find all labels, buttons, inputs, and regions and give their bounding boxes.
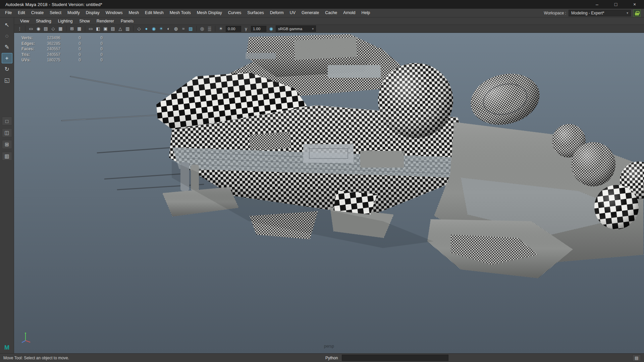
color-management-icon[interactable]: ◉ <box>268 25 275 32</box>
hud-value: 240557 <box>43 52 60 57</box>
layout-four-pane-button[interactable]: ⊞ <box>2 140 12 149</box>
hud-label: Tris: <box>21 52 43 57</box>
maximize-button[interactable]: □ <box>606 0 625 9</box>
hud-label: Faces: <box>21 47 43 51</box>
panel-menu-panels[interactable]: Panels <box>117 19 137 23</box>
image-plane-icon[interactable]: ▦ <box>57 25 64 32</box>
hud-row-faces: Faces: 240557 0 0 <box>21 46 103 52</box>
menu-file[interactable]: File <box>2 9 15 17</box>
panel-menu-view[interactable]: View <box>17 19 33 23</box>
menu-edit[interactable]: Edit <box>15 9 28 17</box>
quick-layout-buttons: □ ◫ ⊞ ▥ <box>2 117 12 161</box>
minimize-button[interactable]: – <box>588 0 606 9</box>
screen-space-ao-icon[interactable]: ◍ <box>172 25 179 32</box>
hud-value: 0 <box>60 47 81 51</box>
menu-mesh-display[interactable]: Mesh Display <box>194 9 225 17</box>
viewport[interactable]: Verts: 123496 0 0 Edges: 362285 0 0 Face… <box>14 33 644 353</box>
motion-blur-icon[interactable]: ≈ <box>180 25 187 32</box>
menu-display[interactable]: Display <box>83 9 103 17</box>
safe-title-icon[interactable]: ▥ <box>124 25 131 32</box>
move-tool-button[interactable]: + <box>2 53 12 63</box>
paint-select-tool-button[interactable]: ✎ <box>2 42 12 52</box>
toolbox: ↖ ◌ ✎ + ↻ ◱ □ ◫ ⊞ ▥ M <box>0 17 14 353</box>
hud-value: 0 <box>60 36 81 40</box>
panel-menu-shading[interactable]: Shading <box>33 19 55 23</box>
menu-uv[interactable]: UV <box>287 9 299 17</box>
workspace-dropdown[interactable]: Modeling - Expert* ▾ <box>569 10 631 16</box>
field-chart-icon[interactable]: ▤ <box>109 25 116 32</box>
hud-value: 0 <box>81 58 103 62</box>
workspace-label: Workspace : <box>544 11 566 15</box>
isolate-select-icon[interactable]: ◎ <box>199 25 206 32</box>
menu-surfaces[interactable]: Surfaces <box>244 9 267 17</box>
view-axis-gizmo[interactable] <box>19 330 33 344</box>
help-line-text: Move Tool: Select an object to move. <box>3 356 322 360</box>
colorspace-dropdown[interactable]: sRGB gamma ▾ <box>276 25 316 32</box>
menu-cache[interactable]: Cache <box>322 9 340 17</box>
exposure-field[interactable] <box>226 26 241 32</box>
command-language-toggle[interactable]: Python <box>322 355 341 361</box>
hud-row-uvs: UVs: 180275 0 0 <box>21 57 103 63</box>
chevron-down-icon: ▾ <box>627 11 628 15</box>
anti-aliasing-icon[interactable]: ▨ <box>187 25 194 32</box>
panel-grip-icon[interactable]: ⋮ <box>16 25 23 32</box>
menu-mesh[interactable]: Mesh <box>126 9 142 17</box>
two-d-pan-zoom-icon[interactable]: ⊞ <box>68 25 75 32</box>
menu-generate[interactable]: Generate <box>299 9 322 17</box>
menu-modify[interactable]: Modify <box>64 9 83 17</box>
select-tool-button[interactable]: ↖ <box>2 20 12 30</box>
command-line-input[interactable] <box>342 355 448 361</box>
use-all-lights-icon[interactable]: ☀ <box>158 25 165 32</box>
menu-create[interactable]: Create <box>28 9 47 17</box>
gamma-icon[interactable]: γ <box>243 25 250 32</box>
panel-menu-show[interactable]: Show <box>76 19 93 23</box>
film-gate-icon[interactable]: ▭ <box>87 25 94 32</box>
layout-two-pane-button[interactable]: ◫ <box>2 128 12 137</box>
colorspace-value: sRGB gamma <box>278 27 302 31</box>
safe-action-icon[interactable]: △ <box>117 25 124 32</box>
bookmarks-icon[interactable]: ◇ <box>50 25 57 32</box>
exposure-icon[interactable]: ☀ <box>217 25 224 32</box>
panel-toolbar: ⋮ ▭ ◉ ▤ ◇ ▦ ⊞ ▦ ▭ ◧ ▣ ▤ △ ▥ ◇ ● ◉ ☀ ◐ ◍ … <box>14 25 644 33</box>
main-menubar: File Edit Create Select Modify Display W… <box>0 9 644 17</box>
toolbar-separator <box>25 26 25 32</box>
gate-mask-icon[interactable]: ▣ <box>102 25 109 32</box>
menu-help[interactable]: Help <box>358 9 373 17</box>
shadows-icon[interactable]: ◐ <box>165 25 172 32</box>
menu-edit-mesh[interactable]: Edit Mesh <box>142 9 167 17</box>
close-button[interactable]: × <box>625 0 644 9</box>
layout-outliner-persp-button[interactable]: ▥ <box>2 152 12 161</box>
menu-select[interactable]: Select <box>47 9 64 17</box>
resolution-gate-icon[interactable]: ◧ <box>95 25 102 32</box>
textured-icon[interactable]: ◉ <box>150 25 157 32</box>
grid-icon[interactable]: ▦ <box>76 25 83 32</box>
menu-windows[interactable]: Windows <box>103 9 126 17</box>
menu-arnold[interactable]: Arnold <box>340 9 358 17</box>
panel-menubar: View Shading Lighting Show Renderer Pane… <box>14 17 644 25</box>
rotate-tool-button[interactable]: ↻ <box>2 64 12 74</box>
script-editor-icon[interactable]: ▤ <box>632 355 641 361</box>
xray-icon[interactable]: ▒ <box>206 25 213 32</box>
workspace-value: Modeling - Expert* <box>571 11 604 15</box>
window-titlebar: Autodesk Maya 2018 - Student Version: un… <box>0 0 644 9</box>
shaded-icon[interactable]: ● <box>143 25 150 32</box>
gamma-field[interactable] <box>251 26 266 32</box>
hud-row-tris: Tris: 240557 0 0 <box>21 52 103 58</box>
workspace-lock-button[interactable] <box>633 9 641 17</box>
wireframe-icon[interactable]: ◇ <box>136 25 143 32</box>
toolbar-separator <box>215 26 215 32</box>
panel-menu-renderer[interactable]: Renderer <box>93 19 117 23</box>
viewport-panel: View Shading Lighting Show Renderer Pane… <box>14 17 644 353</box>
camera-attributes-icon[interactable]: ▤ <box>42 25 49 32</box>
scale-tool-button[interactable]: ◱ <box>2 75 12 85</box>
lasso-select-tool-button[interactable]: ◌ <box>2 31 12 41</box>
chevron-down-icon: ▾ <box>312 27 314 31</box>
menu-curves[interactable]: Curves <box>225 9 245 17</box>
lock-camera-icon[interactable]: ◉ <box>35 25 42 32</box>
select-camera-icon[interactable]: ▭ <box>28 25 35 32</box>
menu-deform[interactable]: Deform <box>267 9 287 17</box>
menu-mesh-tools[interactable]: Mesh Tools <box>167 9 194 17</box>
hud-value: 123496 <box>43 36 60 40</box>
layout-single-pane-button[interactable]: □ <box>2 117 12 125</box>
panel-menu-lighting[interactable]: Lighting <box>55 19 76 23</box>
